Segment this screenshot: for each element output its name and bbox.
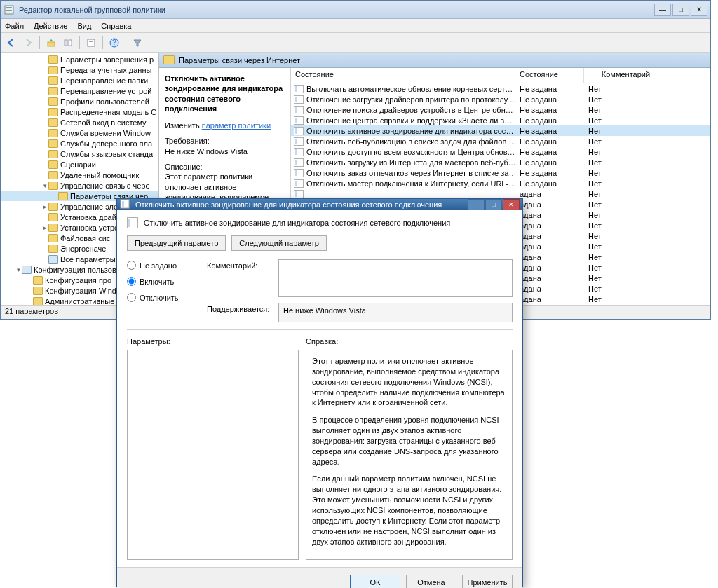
tree-expander[interactable]: ▾ (41, 182, 48, 189)
menu-action[interactable]: Действие (34, 22, 67, 30)
dialog-titlebar[interactable]: Отключить активное зондирование для инди… (117, 199, 522, 210)
tree-item[interactable]: Служба времени Window (1, 128, 158, 138)
folder-icon (48, 76, 58, 85)
col-state[interactable]: Состояние (515, 68, 584, 83)
cell-comment: Нет (585, 127, 670, 135)
menu-file[interactable]: Файл (5, 22, 24, 30)
close-button[interactable]: ✕ (691, 4, 707, 16)
list-row[interactable]: Отключение загрузки драйверов принтера п… (291, 94, 710, 104)
tree-item[interactable]: Службы доверенного пла (1, 138, 158, 149)
tree-item[interactable]: Службы языковых станда (1, 149, 158, 159)
cell-state: адана (517, 221, 585, 230)
cell-name: Отключить активное зондирование для инди… (306, 127, 517, 135)
apply-button[interactable]: Применить (462, 575, 513, 588)
tree-item[interactable]: Распределенная модель С (1, 107, 158, 117)
radio-enable[interactable]: Включить (127, 277, 197, 286)
cancel-button[interactable]: Отмена (406, 575, 456, 588)
policy-item-icon (294, 95, 304, 104)
radio-notset[interactable]: Не задано (127, 261, 197, 270)
tree-item[interactable]: Параметры завершения р (1, 54, 158, 64)
folder-icon (48, 150, 58, 158)
folder-icon (33, 297, 43, 306)
list-row[interactable]: Отключить активное зондирование для инди… (291, 125, 710, 136)
policy-item-icon (294, 85, 304, 93)
list-row[interactable]: Отключить веб-публикацию в списке задач … (291, 136, 710, 146)
tree-label: Службы языковых станда (60, 150, 153, 158)
window-controls: — □ ✕ (654, 4, 707, 16)
tree-item[interactable]: Перенаправление устрой (1, 86, 158, 96)
tree-label: Конфигурация Wind (45, 287, 116, 295)
radio-disable[interactable]: Отключить (127, 293, 197, 302)
cell-comment: Нет (585, 106, 670, 114)
cell-name: Отключение центра справки и поддержки «З… (306, 116, 517, 125)
list-row[interactable]: Отключить доступ ко всем возможностям Це… (291, 146, 710, 157)
up-button[interactable] (43, 35, 59, 50)
show-hide-button[interactable] (60, 35, 76, 50)
tree-item[interactable]: Сценарии (1, 159, 158, 170)
menu-help[interactable]: Справка (101, 22, 131, 30)
prev-param-button[interactable]: Предыдущий параметр (127, 235, 226, 251)
list-row[interactable]: Отключить мастер подключения к Интернету… (291, 178, 710, 189)
tree-expander[interactable]: ▾ (15, 266, 22, 273)
dialog-minimize-button[interactable]: — (468, 199, 485, 210)
dialog-maximize-button[interactable]: □ (485, 199, 502, 210)
col-comment[interactable]: Комментарий (584, 68, 668, 83)
help-paragraph: Если данный параметр политики включен, N… (312, 474, 506, 547)
tree-label: Удаленный помощник (60, 171, 139, 179)
tree-item[interactable]: ▾Управление связью чере (1, 180, 158, 191)
list-row[interactable]: Выключать автоматическое обновление корн… (291, 83, 710, 94)
list-row[interactable]: Отключить заказ отпечатков через Интерне… (291, 167, 710, 178)
menubar: Файл Действие Вид Справка (1, 19, 710, 33)
col-name[interactable]: Состояние (291, 68, 515, 83)
back-button[interactable] (4, 35, 19, 50)
ok-button[interactable]: ОК (350, 575, 400, 588)
tree-item[interactable]: Профили пользователей (1, 96, 158, 107)
tree-expander[interactable]: ▸ (41, 203, 48, 210)
policy-icon (127, 217, 138, 228)
list-row[interactable]: Отключение центра справки и поддержки «З… (291, 115, 710, 125)
tree-item[interactable]: Удаленный помощник (1, 170, 158, 180)
help-button[interactable]: ? (107, 35, 122, 50)
cell-comment: Нет (585, 179, 670, 188)
folder-icon (48, 87, 58, 95)
tree-label: Перенаправление папки (60, 76, 148, 85)
next-param-button[interactable]: Следующий параметр (231, 235, 327, 251)
nav-buttons: Предыдущий параметр Следующий параметр (127, 235, 513, 251)
tree-expander[interactable]: ▸ (41, 224, 48, 231)
filter-button[interactable] (130, 35, 145, 50)
folder-icon (163, 55, 175, 64)
svg-rect-11 (122, 201, 124, 207)
cell-comment: Нет (585, 190, 670, 198)
forward-button[interactable] (20, 35, 36, 50)
comment-textarea[interactable] (278, 259, 513, 297)
cell-comment: Нет (585, 169, 670, 177)
dialog-icon (120, 199, 131, 210)
dialog-close-button[interactable]: ✕ (503, 199, 520, 210)
cell-state: Не задана (517, 95, 585, 104)
folder-icon (48, 118, 58, 127)
folder-icon (48, 213, 58, 221)
tree-item[interactable]: Сетевой вход в систему (1, 117, 158, 128)
properties-button[interactable] (83, 35, 99, 50)
menu-view[interactable]: Вид (77, 22, 91, 30)
toolbar: ? (1, 33, 710, 53)
tree-item[interactable]: Передача учетных данны (1, 64, 158, 75)
edit-policy-link[interactable]: параметр политики (202, 121, 271, 130)
policy-item-icon (294, 106, 304, 114)
comment-label: Комментарий: (207, 259, 273, 299)
tree-label: Управление связью чере (60, 182, 150, 190)
maximize-button[interactable]: □ (672, 4, 689, 16)
main-titlebar: Редактор локальной групповой политики — … (1, 1, 710, 19)
cell-name: Отключить доступ ко всем возможностям Це… (306, 148, 517, 156)
cell-state: адана (517, 232, 585, 240)
cell-comment: Нет (585, 148, 670, 156)
list-row[interactable]: Отключить загрузку из Интернета для маст… (291, 157, 710, 167)
minimize-button[interactable]: — (654, 4, 671, 16)
list-row[interactable]: аданаНет (291, 189, 710, 199)
tree-item[interactable]: Перенаправление папки (1, 75, 158, 86)
tree-label: Конфигурация пользовате (34, 266, 128, 274)
folder-icon (48, 203, 58, 211)
list-row[interactable]: Отключение поиска драйверов устройств в … (291, 104, 710, 115)
tree-label: Перенаправление устрой (60, 87, 151, 95)
svg-rect-7 (89, 41, 93, 42)
